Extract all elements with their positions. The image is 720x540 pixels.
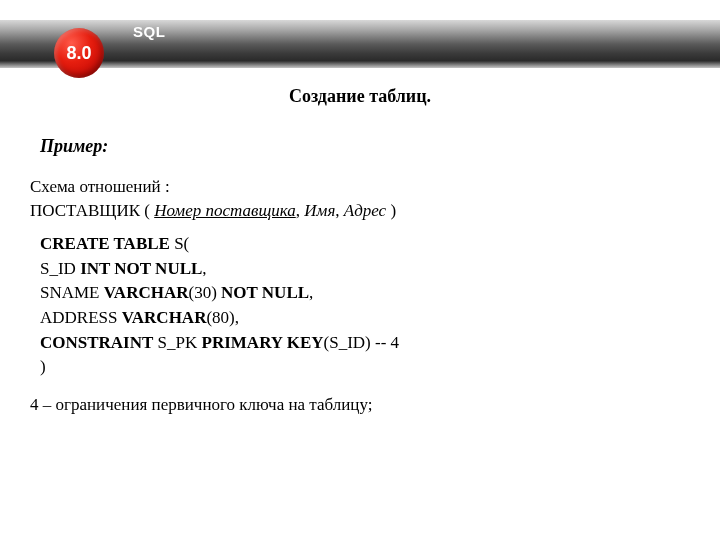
- example-label: Пример:: [40, 136, 108, 157]
- sql-l3-end: ,: [309, 283, 313, 302]
- header-sql-label: SQL: [133, 23, 165, 40]
- sql-l4-col: ADDRESS: [40, 308, 122, 327]
- sql-l2-col: S_ID: [40, 259, 80, 278]
- sql-kw-varchar1: VARCHAR: [104, 283, 189, 302]
- sql-kw-primary-key: PRIMARY KEY: [202, 333, 324, 352]
- schema-open: (: [140, 201, 154, 220]
- sql-kw-notnull2: NOT NULL: [221, 283, 309, 302]
- sql-line-2: S_ID INT NOT NULL,: [40, 257, 399, 282]
- header-bar: [0, 20, 720, 68]
- footnote-text: 4 – ограничения первичного ключа на табл…: [30, 395, 372, 415]
- sql-l2-end: ,: [202, 259, 206, 278]
- schema-colon: :: [165, 177, 170, 196]
- sql-kw-constraint: CONSTRAINT: [40, 333, 153, 352]
- version-badge: 8.0: [54, 28, 104, 78]
- sql-kw-int-notnull: INT NOT NULL: [80, 259, 202, 278]
- sql-line-6: ): [40, 355, 399, 380]
- schema-relation-name: ПОСТАВЩИК: [30, 201, 140, 220]
- schema-attr2: Имя: [304, 201, 335, 220]
- sql-kw-varchar2: VARCHAR: [122, 308, 207, 327]
- schema-block: Схема отношений : ПОСТАВЩИК ( Номер пост…: [30, 175, 396, 223]
- sql-l1-rest: S(: [170, 234, 189, 253]
- sql-code-block: CREATE TABLE S( S_ID INT NOT NULL, SNAME…: [40, 232, 399, 380]
- sql-l4-end: (80),: [206, 308, 239, 327]
- schema-attr3: Адрес: [344, 201, 386, 220]
- schema-prefix: Схема отношений: [30, 177, 165, 196]
- sql-line-5: CONSTRAINT S_PK PRIMARY KEY(S_ID) -- 4: [40, 331, 399, 356]
- sql-l3-mid: (30): [188, 283, 221, 302]
- sql-line-3: SNAME VARCHAR(30) NOT NULL,: [40, 281, 399, 306]
- schema-sep1: ,: [296, 201, 305, 220]
- sql-l5-mid: S_PK: [153, 333, 201, 352]
- sql-kw-create-table: CREATE TABLE: [40, 234, 170, 253]
- schema-key-attr: Номер поставщика: [154, 201, 296, 220]
- sql-line-1: CREATE TABLE S(: [40, 232, 399, 257]
- slide-title: Создание таблиц.: [0, 86, 720, 107]
- schema-sep2: ,: [335, 201, 344, 220]
- schema-line2: ПОСТАВЩИК ( Номер поставщика, Имя, Адрес…: [30, 199, 396, 223]
- schema-close: ): [386, 201, 396, 220]
- sql-l3-col: SNAME: [40, 283, 104, 302]
- sql-line-4: ADDRESS VARCHAR(80),: [40, 306, 399, 331]
- schema-line1: Схема отношений :: [30, 175, 396, 199]
- sql-l5-end: (S_ID) -- 4: [324, 333, 400, 352]
